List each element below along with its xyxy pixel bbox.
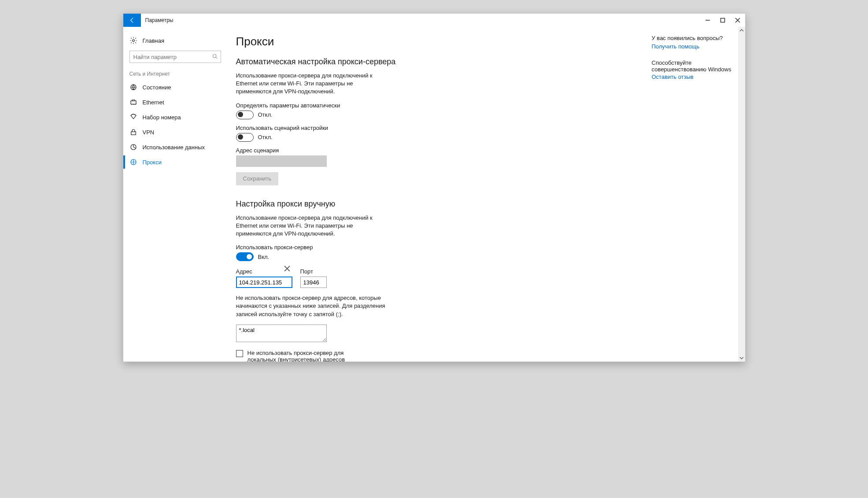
main-content: Прокси Автоматическая настройка прокси-с… [227,27,745,362]
sidebar-item-label: Ethernet [143,99,164,106]
proxy-icon [129,158,137,166]
sidebar-item-ethernet[interactable]: Ethernet [123,95,227,110]
improve-text-1: Способствуйте [652,59,735,66]
svg-point-1 [132,40,134,42]
svg-rect-0 [720,18,724,22]
vpn-icon [129,128,137,136]
close-icon [735,18,740,23]
svg-rect-4 [131,101,136,104]
use-proxy-toggle[interactable] [236,252,254,261]
proxy-port-input[interactable] [300,277,327,288]
sidebar-item-label: VPN [143,129,155,136]
search-icon [212,53,218,60]
maximize-button[interactable] [715,14,730,27]
auto-script-toggle[interactable] [236,133,254,142]
feedback-link[interactable]: Оставить отзыв [652,74,735,80]
dialup-icon [129,113,137,121]
titlebar: Параметры [123,14,745,27]
manual-heading: Настройка прокси вручную [236,199,736,209]
auto-save-button: Сохранить [236,172,279,185]
data-usage-icon [129,143,137,151]
sidebar-item-label: Использование данных [143,144,205,151]
gear-icon [129,37,137,44]
arrow-left-icon [129,17,136,24]
sidebar-item-status[interactable]: Состояние [123,80,227,95]
auto-script-label: Использовать сценарий настройки [236,125,736,131]
sidebar: Главная Сеть и Интернет Состояние Ethern… [123,27,227,362]
sidebar-item-dialup[interactable]: Набор номера [123,110,227,125]
clear-input-icon[interactable] [284,266,290,272]
auto-detect-state: Откл. [258,111,273,118]
back-button[interactable] [123,14,141,27]
bypass-desc: Не использовать прокси-сервер для адресо… [236,294,386,318]
sidebar-item-data-usage[interactable]: Использование данных [123,140,227,155]
bypass-textarea[interactable]: *.local [236,325,327,342]
sidebar-item-label: Состояние [143,84,171,91]
auto-detect-label: Определять параметры автоматически [236,102,736,109]
minimize-button[interactable] [700,14,715,27]
sidebar-item-vpn[interactable]: VPN [123,125,227,140]
help-pane: У вас появились вопросы? Получить помощь… [652,35,735,90]
minimize-icon [705,18,710,23]
script-address-input [236,155,327,167]
search-input[interactable] [129,51,221,63]
auto-detect-toggle[interactable] [236,111,254,119]
local-bypass-checkbox[interactable] [236,350,243,357]
use-proxy-state: Вкл. [258,254,270,260]
sidebar-home-label: Главная [143,37,164,44]
network-status-icon [129,83,137,91]
svg-point-2 [213,55,216,58]
use-proxy-label: Использовать прокси-сервер [236,244,736,251]
sidebar-group-label: Сеть и Интернет [123,63,227,80]
get-help-link[interactable]: Получить помощь [652,43,735,50]
auto-desc: Использование прокси-сервера для подключ… [236,72,377,96]
sidebar-item-label: Набор номера [143,114,181,121]
help-question: У вас появились вопросы? [652,35,735,41]
local-bypass-label: Не использовать прокси-сервер для локаль… [247,350,373,362]
scrollbar[interactable] [738,27,745,362]
settings-window: Параметры Главная [123,13,746,362]
port-label: Порт [300,268,327,275]
proxy-address-input[interactable] [236,277,292,288]
ethernet-icon [129,98,137,106]
script-address-label: Адрес сценария [236,147,736,154]
auto-script-state: Откл. [258,134,273,140]
sidebar-item-proxy[interactable]: Прокси [123,155,227,170]
scroll-up-icon[interactable] [738,27,745,34]
sidebar-item-label: Прокси [143,159,162,166]
window-title: Параметры [141,14,174,27]
svg-rect-5 [131,132,136,135]
close-button[interactable] [730,14,745,27]
manual-desc: Использование прокси-сервера для подключ… [236,214,377,238]
improve-text-2: совершенствованию Windows [652,66,735,73]
scroll-down-icon[interactable] [738,354,745,362]
maximize-icon [720,18,725,23]
sidebar-home[interactable]: Главная [123,33,227,48]
